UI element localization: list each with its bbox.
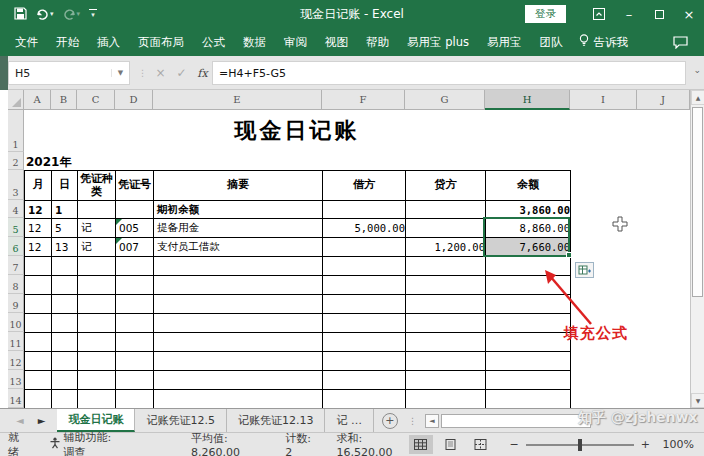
column-header-D[interactable]: D [115, 90, 153, 110]
column-header-G[interactable]: G [405, 90, 485, 110]
cell[interactable]: 005 [116, 219, 154, 238]
cash-journal-table[interactable]: 月日凭证种类凭证号摘要借方贷方余额121期初余额3,860.00125记005提… [24, 170, 571, 409]
cell[interactable]: 1 [52, 201, 78, 219]
cell[interactable] [116, 257, 154, 276]
cell[interactable] [78, 333, 116, 352]
cell[interactable]: 13 [52, 238, 78, 257]
new-sheet-button[interactable]: + [382, 413, 398, 429]
cell[interactable] [78, 371, 116, 390]
tell-me-button[interactable]: 告诉我 [571, 34, 636, 50]
cell[interactable] [406, 295, 486, 314]
ribbon-tab-团队[interactable]: 团队 [530, 28, 571, 56]
cell[interactable]: 5,000.00 [323, 219, 406, 238]
cell[interactable] [154, 333, 323, 352]
sheet-title-cell[interactable]: 现金日记账 [24, 110, 570, 152]
table-row[interactable]: 121期初余额3,860.00 [25, 201, 571, 219]
row-header-13[interactable]: 13 [8, 370, 24, 389]
ribbon-tab-开始[interactable]: 开始 [47, 28, 88, 56]
table-row[interactable] [25, 276, 571, 295]
row-header-8[interactable]: 8 [8, 275, 24, 294]
cell[interactable] [323, 295, 406, 314]
cell[interactable] [78, 276, 116, 295]
status-average[interactable]: 平均值: 8,260.00 [191, 431, 263, 456]
close-button[interactable]: × [674, 0, 704, 28]
name-box-dropdown-icon[interactable]: ▼ [111, 69, 129, 77]
column-header-A[interactable]: A [24, 90, 51, 110]
cell[interactable] [154, 371, 323, 390]
row-header-7[interactable]: 7 [8, 256, 24, 275]
cell[interactable]: 12 [25, 219, 52, 238]
scroll-up-icon[interactable]: ▲ [691, 90, 704, 105]
cell[interactable] [25, 390, 52, 409]
cell[interactable] [406, 219, 486, 238]
zoom-level[interactable]: 100% [660, 438, 694, 451]
vertical-scrollbar[interactable]: ▲ ▼ [690, 90, 704, 408]
sheet-tab-记 …[interactable]: 记 … [325, 409, 374, 432]
name-box[interactable]: H5 ▼ [8, 61, 130, 85]
redo-button[interactable]: ▾ [63, 8, 81, 20]
vertical-scroll-thumb[interactable] [692, 107, 703, 297]
cell[interactable] [116, 371, 154, 390]
cell[interactable] [52, 352, 78, 371]
ribbon-tab-视图[interactable]: 视图 [316, 28, 357, 56]
cell[interactable] [116, 390, 154, 409]
ribbon-tab-易用宝[interactable]: 易用宝 [478, 28, 531, 56]
cell[interactable]: 007 [116, 238, 154, 257]
cell[interactable] [486, 295, 571, 314]
page-break-view-icon[interactable] [469, 435, 493, 454]
row-header-10[interactable]: 10 [8, 313, 24, 332]
cell[interactable] [78, 201, 116, 219]
cell[interactable] [52, 390, 78, 409]
row-header-4[interactable]: 4 [8, 200, 24, 218]
cell[interactable] [323, 371, 406, 390]
table-row[interactable] [25, 257, 571, 276]
table-row[interactable]: 1213记007支付员工借款1,200.007,660.00 [25, 238, 571, 257]
row-header-14[interactable]: 14 [8, 389, 24, 408]
row-header-3[interactable]: 3 [8, 170, 24, 200]
autofill-options-button[interactable] [575, 262, 594, 278]
cancel-entry-icon[interactable]: × [151, 66, 170, 80]
cell[interactable] [154, 276, 323, 295]
normal-view-icon[interactable] [409, 435, 433, 454]
table-row[interactable] [25, 352, 571, 371]
cell[interactable] [52, 276, 78, 295]
redo-dropdown-icon[interactable]: ▾ [77, 10, 81, 18]
status-count[interactable]: 计数: 2 [285, 431, 314, 456]
row-header-2[interactable]: 2 [8, 152, 24, 170]
cell[interactable]: 期初余额 [154, 201, 323, 219]
cell[interactable]: 5 [52, 219, 78, 238]
row-header-6[interactable]: 6 [8, 237, 24, 256]
insert-function-icon[interactable]: fx [193, 67, 212, 80]
cell[interactable] [323, 352, 406, 371]
row-header-1[interactable]: 1 [8, 110, 24, 152]
cell[interactable] [486, 390, 571, 409]
column-header-C[interactable]: C [77, 90, 115, 110]
cell[interactable] [52, 314, 78, 333]
cell[interactable] [116, 333, 154, 352]
cell[interactable] [116, 352, 154, 371]
cell[interactable] [78, 390, 116, 409]
ribbon-tab-页面布局[interactable]: 页面布局 [129, 28, 193, 56]
comments-icon[interactable] [673, 36, 688, 49]
horizontal-scroll-thumb[interactable] [441, 414, 591, 428]
ribbon-tab-易用宝 plus[interactable]: 易用宝 plus [398, 28, 478, 56]
column-header-F[interactable]: F [322, 90, 405, 110]
cell[interactable] [25, 295, 52, 314]
formula-input[interactable]: =H4+F5-G5 [212, 61, 686, 85]
cell[interactable] [154, 314, 323, 333]
cell[interactable] [406, 390, 486, 409]
column-header-J[interactable]: J [637, 90, 690, 110]
cell[interactable] [323, 257, 406, 276]
status-sum[interactable]: 求和: 16,520.00 [337, 431, 406, 456]
scroll-left-icon[interactable]: ◄ [425, 414, 439, 428]
cell[interactable]: 7,660.00 [486, 238, 571, 257]
maximize-button[interactable] [644, 0, 674, 28]
ribbon-display-options-icon[interactable] [584, 0, 614, 28]
row-header-11[interactable]: 11 [8, 332, 24, 351]
cell[interactable] [486, 314, 571, 333]
cell[interactable] [78, 352, 116, 371]
zoom-slider[interactable] [526, 444, 634, 446]
cell[interactable] [78, 257, 116, 276]
cell[interactable]: 8,860.00 [486, 219, 571, 238]
cell[interactable] [78, 295, 116, 314]
